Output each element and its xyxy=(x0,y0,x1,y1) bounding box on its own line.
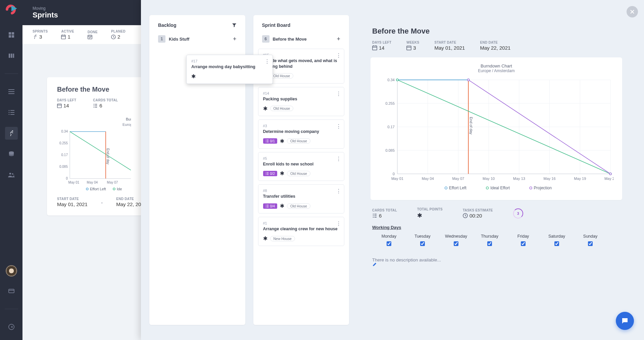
add-card-icon[interactable]: + xyxy=(233,36,237,43)
priority-icon: ✱ xyxy=(263,235,267,242)
svg-point-20 xyxy=(13,175,14,176)
working-day: Monday xyxy=(372,234,406,247)
card-menu-icon[interactable]: ⋮ xyxy=(264,58,270,65)
app-logo[interactable] xyxy=(0,0,22,18)
working-day: Friday xyxy=(506,234,540,247)
svg-rect-54 xyxy=(373,46,377,50)
svg-rect-25 xyxy=(61,35,65,39)
close-button[interactable] xyxy=(627,6,638,17)
card-menu-icon[interactable]: ⋮ xyxy=(336,156,341,162)
svg-text:0: 0 xyxy=(66,177,68,180)
day-checkbox[interactable] xyxy=(387,241,391,246)
edit-description-icon[interactable] xyxy=(372,262,621,267)
svg-point-18 xyxy=(9,173,11,175)
svg-text:May 10: May 10 xyxy=(483,177,495,181)
user-avatar[interactable] xyxy=(6,265,17,277)
sprint-description: There is no description available... xyxy=(357,251,636,273)
nav-team-icon[interactable] xyxy=(5,168,18,181)
card-menu-icon[interactable]: ⋮ xyxy=(336,91,341,97)
svg-point-50 xyxy=(113,188,115,190)
sprint-card[interactable]: #14 ⋮ Packing supplies ✱Old House xyxy=(258,87,345,116)
working-day: Sunday xyxy=(574,234,607,247)
svg-rect-7 xyxy=(8,89,14,90)
priority-icon: ✱ xyxy=(263,105,267,112)
svg-text:Projection: Projection xyxy=(534,186,552,190)
svg-rect-3 xyxy=(11,35,14,38)
sprint-card[interactable]: #5 ⋮ Enroll kids to new school 0/2✱Old H… xyxy=(258,152,345,181)
priority-icon: ✱ xyxy=(280,170,284,177)
day-checkbox[interactable] xyxy=(554,241,559,246)
sprint-card[interactable]: #1 ⋮ Arrange cleaning crew for new house… xyxy=(258,217,345,246)
svg-rect-11 xyxy=(10,110,14,111)
day-checkbox[interactable] xyxy=(588,241,593,246)
svg-text:May 07: May 07 xyxy=(452,177,464,181)
svg-point-96 xyxy=(445,187,447,189)
svg-text:0.085: 0.085 xyxy=(59,165,68,168)
nav-list-icon[interactable] xyxy=(5,106,18,119)
sprint-card[interactable]: #8 ⋮ Transfer utilities 0/4✱Old House xyxy=(258,184,345,213)
subtask-badge: 0/2 xyxy=(263,171,278,176)
day-checkbox[interactable] xyxy=(454,241,458,246)
nav-database-icon[interactable] xyxy=(5,148,18,160)
backlog-header: Backlog xyxy=(158,22,176,28)
nav-boards-icon[interactable] xyxy=(5,49,18,62)
tag-pill: Old House xyxy=(287,171,310,176)
svg-text:May 22: May 22 xyxy=(604,177,614,181)
sprint-board-header: Sprint Board xyxy=(262,22,291,28)
svg-point-16 xyxy=(12,131,13,132)
svg-rect-15 xyxy=(10,114,14,115)
working-day: Thursday xyxy=(473,234,506,247)
svg-point-14 xyxy=(8,114,9,115)
priority-icon: ✱ xyxy=(280,138,284,144)
svg-rect-6 xyxy=(13,54,14,58)
card-menu-icon[interactable]: ⋮ xyxy=(336,123,341,130)
working-day: Saturday xyxy=(540,234,574,247)
filter-icon[interactable] xyxy=(232,23,237,28)
svg-text:0.085: 0.085 xyxy=(385,148,395,152)
backlog-section[interactable]: 1 Kids Stuff + xyxy=(149,33,245,45)
svg-point-95 xyxy=(609,173,611,175)
svg-text:Effort Left: Effort Left xyxy=(90,187,106,190)
day-checkbox[interactable] xyxy=(420,241,425,246)
svg-text:May 01: May 01 xyxy=(68,181,80,184)
sprint-detail-overlay: Backlog 1 Kids Stuff + Sprint Board 6 Be… xyxy=(141,0,644,340)
sprint-section[interactable]: 6 Before the Move + xyxy=(253,33,349,45)
svg-text:May 04: May 04 xyxy=(87,181,98,184)
subtask-badge: 0/1 xyxy=(263,138,278,144)
nav-dashboard-icon[interactable] xyxy=(5,29,18,41)
nav-sprints-icon[interactable] xyxy=(5,127,18,140)
nav-logout-icon[interactable] xyxy=(5,321,18,333)
burndown-chart-card: Burndown Chart Europe / Amsterdam 00.085… xyxy=(370,57,622,200)
svg-text:May 19: May 19 xyxy=(574,177,586,181)
subtask-badge: 0/4 xyxy=(263,203,278,209)
svg-point-10 xyxy=(8,110,9,111)
add-card-icon[interactable]: + xyxy=(337,36,340,43)
svg-rect-5 xyxy=(11,54,12,58)
stat-planned: PLANED 2 xyxy=(111,30,126,40)
svg-text:May 07: May 07 xyxy=(107,181,118,184)
card-menu-icon[interactable]: ⋮ xyxy=(336,221,341,227)
nav-menu-icon[interactable] xyxy=(5,85,18,98)
svg-rect-0 xyxy=(8,32,11,35)
sprint-card[interactable]: #3 ⋮ Determine moving company 0/1✱Old Ho… xyxy=(258,119,345,149)
svg-text:Ideal Effort: Ideal Effort xyxy=(490,186,510,190)
day-checkbox[interactable] xyxy=(521,241,526,246)
priority-icon: ✱ xyxy=(191,73,196,80)
svg-point-92 xyxy=(396,79,398,81)
svg-rect-9 xyxy=(8,93,14,94)
card-menu-icon[interactable]: ⋮ xyxy=(336,188,341,194)
burndown-chart: 00.0850.170.2550.34May 01May 04May 07May… xyxy=(379,73,614,194)
sprint-title: Before the Move xyxy=(357,15,636,41)
svg-rect-13 xyxy=(10,112,14,113)
svg-text:0.17: 0.17 xyxy=(388,125,395,129)
chat-fab[interactable] xyxy=(616,312,634,330)
svg-text:May 04: May 04 xyxy=(422,177,434,181)
day-checkbox[interactable] xyxy=(487,241,492,246)
card-menu-icon[interactable]: ⋮ xyxy=(336,52,341,59)
svg-text:May 01: May 01 xyxy=(391,177,403,181)
nav-billing-icon[interactable] xyxy=(5,285,18,297)
svg-point-94 xyxy=(467,79,469,81)
svg-rect-2 xyxy=(8,35,11,38)
dragging-card[interactable]: #17 ⋮ Arrange moving day babysitting ✱ xyxy=(186,55,273,84)
tag-pill: Old House xyxy=(270,73,294,79)
